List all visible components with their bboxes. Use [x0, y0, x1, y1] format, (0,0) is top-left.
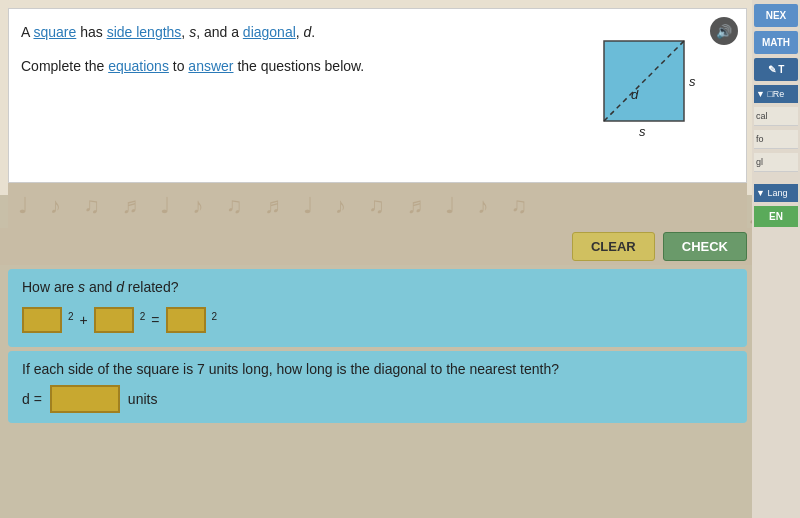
- sound-button[interactable]: 🔊: [710, 17, 738, 45]
- square-link[interactable]: square: [33, 24, 76, 40]
- problem-line2: Complete the equations to answer the que…: [21, 55, 544, 77]
- sidebar-item-cal[interactable]: cal: [754, 107, 798, 126]
- question-1-label: How are s and d related?: [22, 279, 733, 295]
- q1-d-var: d: [116, 279, 124, 295]
- diagonal-link[interactable]: diagonal: [243, 24, 296, 40]
- units-label: units: [128, 391, 158, 407]
- problem-text: A square has side lengths, s, and a diag…: [21, 21, 554, 170]
- deco-strip: ♩ ♪ ♫ ♬ ♩ ♪ ♫ ♬ ♩ ♪ ♫ ♬ ♩ ♪ ♫: [8, 183, 747, 228]
- answer-link[interactable]: answer: [188, 58, 233, 74]
- svg-text:d: d: [631, 87, 639, 102]
- question-2-label: If each side of the square is 7 units lo…: [22, 361, 733, 377]
- q1-s-var: s: [78, 279, 85, 295]
- svg-text:s: s: [689, 74, 696, 89]
- check-button[interactable]: CHECK: [663, 232, 747, 261]
- right-sidebar: NEX MATH ✎ T ▼ □Re cal fo gl ▼ Lang EN: [752, 0, 800, 518]
- sidebar-item-gl[interactable]: gl: [754, 153, 798, 172]
- d-var: d: [304, 24, 312, 40]
- equations-link[interactable]: equations: [108, 58, 169, 74]
- square-diagram: d s s: [589, 31, 699, 161]
- question-1-section: How are s and d related? 2 + 2 = 2: [8, 269, 747, 347]
- equation-input-2[interactable]: [94, 307, 134, 333]
- clear-button[interactable]: CLEAR: [572, 232, 655, 261]
- equation-input-3[interactable]: [166, 307, 206, 333]
- music-notes: ♩ ♪ ♫ ♬ ♩ ♪ ♫ ♬ ♩ ♪ ♫ ♬ ♩ ♪ ♫: [8, 193, 545, 219]
- side-lengths-link[interactable]: side lengths: [107, 24, 182, 40]
- lang-section[interactable]: ▼ Lang: [754, 184, 798, 202]
- sidebar-item-fo[interactable]: fo: [754, 130, 798, 149]
- answer-row: d = units: [22, 385, 733, 413]
- problem-area: 🔊 A square has side lengths, s, and a di…: [8, 8, 747, 183]
- equation-input-1[interactable]: [22, 307, 62, 333]
- d-equals-label: d =: [22, 391, 42, 407]
- svg-text:s: s: [639, 124, 646, 139]
- problem-line1: A square has side lengths, s, and a diag…: [21, 21, 544, 43]
- answer-input[interactable]: [50, 385, 120, 413]
- tools-button[interactable]: ✎ T: [754, 58, 798, 81]
- s-var: s: [189, 24, 196, 40]
- diagram-area: d s s: [554, 21, 734, 170]
- sound-icon: 🔊: [716, 24, 732, 39]
- question-2-section: If each side of the square is 7 units lo…: [8, 351, 747, 423]
- next-button[interactable]: NEX: [754, 4, 798, 27]
- buttons-row: CLEAR CHECK: [0, 228, 755, 265]
- math-button[interactable]: MATH: [754, 31, 798, 54]
- resources-section[interactable]: ▼ □Re: [754, 85, 798, 103]
- equation-row: 2 + 2 = 2: [22, 303, 733, 337]
- en-button[interactable]: EN: [754, 206, 798, 227]
